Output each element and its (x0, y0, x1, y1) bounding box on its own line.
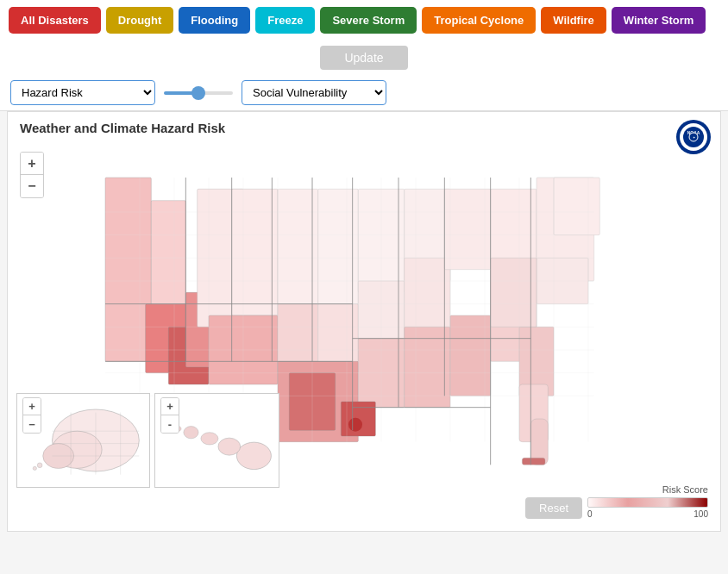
svg-point-86 (33, 466, 36, 470)
svg-rect-27 (405, 327, 450, 407)
legend-bar (587, 497, 708, 508)
alaska-zoom-in-button[interactable]: + (23, 398, 41, 415)
slider-container (164, 91, 233, 95)
legend-max: 100 (693, 509, 708, 519)
map-container: Weather and Climate Hazard Risk NOAA ✦ +… (7, 111, 721, 532)
svg-point-88 (218, 438, 241, 455)
svg-rect-35 (522, 458, 545, 465)
svg-rect-39 (491, 258, 537, 327)
alaska-zoom-out-button[interactable]: − (23, 415, 41, 433)
all-disasters-button[interactable]: All Disasters (9, 7, 101, 34)
right-dropdown[interactable]: Social Vulnerability Community Resilienc… (242, 80, 386, 105)
svg-point-89 (201, 433, 218, 445)
legend-ticks: 0 100 (587, 509, 708, 519)
legend: Risk Score 0 100 (587, 484, 708, 519)
severe-storm-button[interactable]: Severe Storm (320, 7, 417, 34)
main-zoom-control: + − (20, 152, 44, 198)
hawaii-zoom-in-button[interactable]: + (161, 398, 179, 415)
svg-point-87 (236, 442, 271, 469)
zoom-out-button[interactable]: − (21, 175, 43, 197)
alaska-zoom-control: + − (22, 397, 41, 434)
svg-rect-28 (450, 315, 491, 396)
drought-button[interactable]: Drought (106, 7, 174, 34)
controls-row: Hazard Risk Expected Annual Loss Social … (0, 75, 728, 111)
legend-label: Risk Score (587, 484, 708, 495)
alaska-inset: + − (16, 393, 150, 488)
svg-rect-12 (232, 189, 278, 315)
reset-button[interactable]: Reset (525, 497, 582, 519)
update-row: Update (0, 41, 728, 75)
disaster-filter-bar: All Disasters Drought Flooding Freeze Se… (0, 0, 728, 41)
svg-rect-23 (405, 258, 450, 338)
legend-min: 0 (587, 509, 593, 519)
svg-rect-37 (554, 178, 599, 235)
svg-rect-25 (491, 189, 537, 264)
svg-rect-24 (444, 189, 490, 269)
update-button[interactable]: Update (320, 46, 407, 70)
tropical-cyclone-button[interactable]: Tropical Cyclone (422, 7, 536, 34)
left-dropdown[interactable]: Hazard Risk Expected Annual Loss Social … (10, 80, 155, 105)
hawaii-zoom-control: + - (160, 397, 179, 434)
svg-point-85 (37, 463, 42, 468)
svg-point-90 (184, 427, 198, 439)
svg-point-30 (348, 418, 362, 432)
svg-rect-6 (105, 178, 151, 361)
zoom-in-button[interactable]: + (21, 153, 43, 175)
map-title: Weather and Climate Hazard Risk (20, 121, 225, 135)
freeze-button[interactable]: Freeze (255, 7, 315, 34)
noaa-logo: NOAA ✦ (675, 119, 712, 155)
flooding-button[interactable]: Flooding (179, 7, 250, 34)
hawaii-inset: + - (154, 393, 279, 488)
wildfire-button[interactable]: Wildfire (541, 7, 606, 34)
hawaii-zoom-out-button[interactable]: - (161, 415, 179, 433)
winter-storm-button[interactable]: Winter Storm (612, 7, 706, 34)
blend-slider[interactable] (164, 91, 233, 95)
